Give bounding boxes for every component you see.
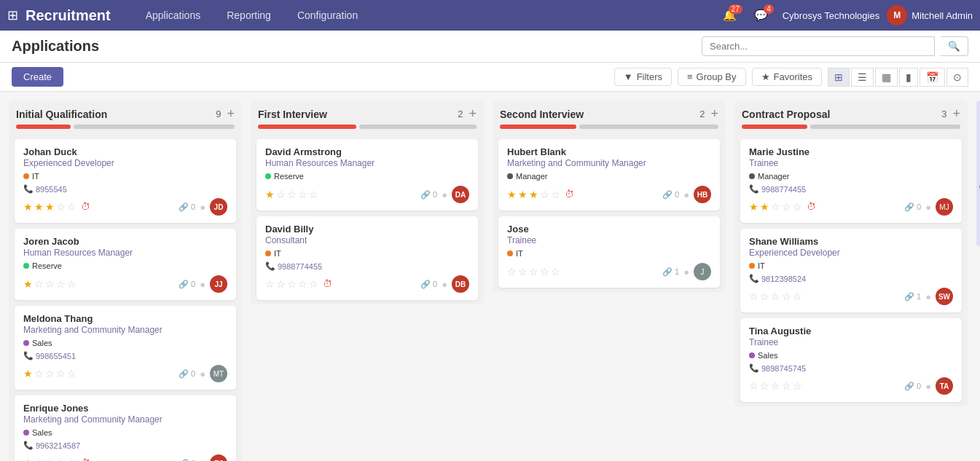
star-empty-icon: ☆	[56, 201, 66, 213]
col-add-initial-qualification[interactable]: +	[227, 106, 235, 122]
star-full-icon: ★	[23, 368, 33, 379]
tag-label: IT	[32, 172, 39, 181]
attachment-count: 🔗 1	[179, 459, 195, 462]
attachment-count: 🔗 1	[662, 267, 679, 277]
view-table-button[interactable]: ▦	[875, 68, 898, 87]
dot-separator: ●	[683, 189, 689, 200]
view-settings-button[interactable]: ⊙	[946, 68, 968, 87]
footer-right: 🔗 1 ● SW	[904, 288, 953, 305]
notifications-button[interactable]: 🔔 27	[723, 9, 737, 22]
kanban-card[interactable]: Shane Williams Experienced Developer IT …	[740, 229, 962, 312]
user-menu[interactable]: M Mitchell Admin	[887, 5, 973, 25]
card-footer: ★☆☆☆☆⏱ 🔗 1 ● EJ	[23, 454, 227, 461]
kanban-card[interactable]: Marie Justine Trainee Manager 📞998877445…	[740, 139, 962, 223]
phone-icon: 📞	[23, 441, 34, 450]
col-title-initial-qualification: Initial Qualification	[16, 109, 107, 120]
star-rating: ★☆☆☆☆	[265, 189, 318, 200]
card-footer: ★☆☆☆☆ 🔗 0 ● JJ	[23, 275, 227, 293]
kanban-card[interactable]: Jose Trainee IT ☆☆☆☆☆ 🔗 1 ● J	[498, 216, 720, 288]
card-tag: IT	[265, 249, 281, 258]
footer-right: 🔗 0 ● DA	[420, 186, 469, 203]
kanban-card[interactable]: Hubert Blank Marketing and Community Man…	[498, 139, 720, 210]
dot-separator: ●	[200, 369, 205, 379]
nav-applications[interactable]: Applications	[133, 0, 214, 31]
card-tag: Manager	[507, 172, 547, 181]
kanban-card[interactable]: David Billy Consultant IT 📞9988774455 ☆☆…	[256, 216, 478, 300]
clock-icon: ⏱	[565, 189, 574, 200]
kanban-card[interactable]: David Armstrong Human Resources Manager …	[256, 139, 478, 210]
kanban-card[interactable]: Johan Duck Experienced Developer IT 📞895…	[15, 139, 236, 223]
dot-separator: ●	[925, 291, 931, 302]
tag-dot	[23, 430, 29, 436]
card-footer: ★★☆☆☆⏱ 🔗 0 ● MJ	[749, 198, 953, 216]
footer-right: 🔗 0 ● TA	[904, 377, 953, 395]
card-tag: Reserve	[265, 172, 304, 181]
star-empty-icon: ☆	[793, 201, 802, 213]
clock-icon: ⏱	[323, 278, 332, 290]
card-role: Experienced Developer	[749, 248, 953, 258]
nav-configuration[interactable]: Configuration	[284, 0, 371, 31]
star-rating: ★☆☆☆☆⏱	[23, 457, 90, 461]
phone-icon: 📞	[23, 351, 34, 360]
dot-separator: ●	[683, 267, 689, 277]
view-kanban-button[interactable]: ⊞	[828, 68, 850, 87]
filters-button[interactable]: ▼ Filters	[614, 68, 672, 86]
phone-icon: 📞	[749, 274, 759, 283]
star-empty-icon: ☆	[551, 266, 560, 277]
star-rating: ★☆☆☆☆	[23, 278, 77, 290]
view-list-button[interactable]: ☰	[851, 68, 874, 87]
tag-label: IT	[758, 261, 765, 270]
progress-red-initial-qualification	[16, 125, 71, 129]
col-add-first-interview[interactable]: +	[469, 106, 477, 122]
attachment-count: 🔗 0	[179, 369, 195, 379]
search-input[interactable]	[702, 36, 935, 56]
favorites-label: Favorites	[774, 71, 812, 82]
star-empty-icon: ☆	[67, 368, 77, 379]
avatar: SW	[936, 288, 953, 305]
avatar: JD	[210, 198, 227, 216]
view-chart-button[interactable]: ▮	[899, 68, 918, 87]
col-add-contract-proposal[interactable]: +	[952, 106, 960, 122]
phone-icon: 📞	[265, 261, 275, 271]
star-rating: ☆☆☆☆☆	[749, 291, 802, 302]
action-bar: Create ▼ Filters ≡ Group By ★ Favorites …	[0, 63, 980, 92]
filters-label: Filters	[637, 71, 662, 82]
star-rating: ★★★☆☆⏱	[23, 201, 90, 213]
star-full-icon: ★	[749, 201, 758, 213]
star-full-icon: ★	[34, 201, 44, 213]
apps-icon[interactable]: ⊞	[7, 7, 18, 23]
kanban-card[interactable]: Meldona Thang Marketing and Community Ma…	[15, 306, 236, 390]
avatar: HB	[694, 186, 711, 203]
nav-reporting[interactable]: Reporting	[213, 0, 284, 31]
dot-separator: ●	[200, 202, 205, 213]
star-full-icon: ★	[23, 278, 33, 290]
tag-dot	[265, 173, 271, 179]
kanban-card[interactable]: Tina Augustie Trainee Sales 📞9898745745 …	[740, 318, 962, 402]
kanban-folded-column[interactable]: Contract Signed	[976, 101, 980, 246]
footer-right: 🔗 0 ● MJ	[904, 198, 953, 216]
attachment-count: 🔗 0	[179, 202, 195, 212]
star-rating: ★★☆☆☆⏱	[749, 201, 816, 213]
view-calendar-button[interactable]: 📅	[920, 68, 945, 87]
avatar: MT	[210, 365, 227, 382]
star-empty-icon: ☆	[34, 278, 44, 290]
groupby-button[interactable]: ≡ Group By	[678, 68, 746, 86]
subbar-left: Applications	[12, 38, 99, 55]
messages-button[interactable]: 💬 4	[754, 9, 768, 22]
search-button[interactable]: 🔍	[941, 36, 968, 56]
star-empty-icon: ☆	[540, 189, 549, 200]
star-empty-icon: ☆	[771, 201, 780, 213]
card-role: Trainee	[749, 337, 953, 347]
star-full-icon: ★	[23, 457, 33, 461]
footer-right: 🔗 0 ● JD	[179, 198, 227, 216]
kanban-card[interactable]: Enrique Jones Marketing and Community Ma…	[15, 395, 236, 461]
create-button[interactable]: Create	[12, 67, 63, 87]
card-phone: 📞9963214587	[23, 441, 227, 450]
card-role: Trainee	[507, 235, 711, 245]
kanban-card[interactable]: Joren Jacob Human Resources Manager Rese…	[15, 229, 236, 300]
favorites-button[interactable]: ★ Favorites	[752, 68, 822, 86]
footer-right: 🔗 0 ● HB	[662, 186, 711, 203]
topnav-right: 🔔 27 💬 4 Cybrosys Technologies M Mitchel…	[723, 5, 973, 25]
col-add-second-interview[interactable]: +	[710, 106, 718, 122]
card-name: Jose	[507, 224, 711, 235]
